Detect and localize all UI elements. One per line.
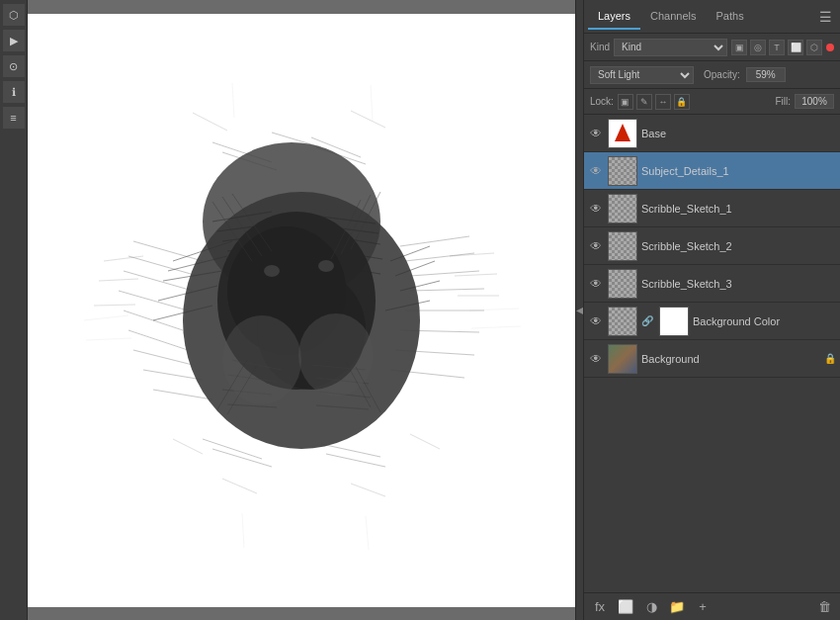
svg-line-84 (84, 315, 128, 320)
lock-artboard-btn[interactable]: ↔ (655, 94, 671, 110)
layer-thumbnail-background (608, 344, 637, 374)
filter-label: Kind (590, 42, 610, 52)
canvas-content (28, 14, 575, 607)
tab-channels[interactable]: Channels (640, 4, 706, 30)
svg-line-14 (124, 271, 193, 291)
tab-paths[interactable]: Paths (707, 4, 754, 30)
svg-line-62 (173, 439, 203, 454)
tool-info[interactable]: ℹ (3, 81, 25, 103)
panel-tabs: Layers Channels Paths ☰ (584, 0, 840, 34)
canvas-area (28, 0, 575, 620)
lock-label: Lock: (590, 96, 614, 107)
layer-visibility-scribble3[interactable]: 👁 (588, 276, 604, 292)
layer-thumbnail-scribble3 (608, 269, 637, 299)
filter-adjust-btn[interactable]: ◎ (750, 40, 766, 55)
add-style-button[interactable]: fx (590, 597, 610, 617)
thumb-checker-bgcolor (609, 308, 636, 335)
layers-panel: Layers Channels Paths ☰ Kind Kind ▣ ◎ T … (583, 0, 840, 620)
lock-position-btn[interactable]: ✎ (636, 94, 652, 110)
fill-value[interactable]: 100% (795, 94, 834, 109)
layer-item-scribble2[interactable]: 👁 Scribble_Sketch_2 (584, 227, 840, 265)
filter-select[interactable]: Kind (614, 39, 727, 56)
filter-row: Kind Kind ▣ ◎ T ⬜ ⬡ (584, 34, 840, 61)
layer-thumbnail-scribble2 (608, 231, 637, 261)
toolbar-left: ⬡ ▶ ⊙ ℹ ≡ (0, 0, 28, 620)
filter-pixel-btn[interactable]: ▣ (731, 40, 747, 55)
svg-line-88 (232, 83, 234, 118)
thumb-checker-subject (609, 157, 636, 185)
add-mask-button[interactable]: ⬜ (616, 597, 635, 617)
layer-lock-icon-background: 🔒 (824, 353, 836, 364)
new-layer-button[interactable]: + (693, 597, 713, 617)
layer-visibility-subject[interactable]: 👁 (588, 163, 604, 179)
svg-line-18 (133, 350, 193, 365)
layer-item-background[interactable]: 👁 Background 🔒 (584, 340, 840, 378)
filter-type-btn[interactable]: T (769, 40, 785, 55)
layer-item-scribble3[interactable]: 👁 Scribble_Sketch_3 (584, 265, 840, 303)
layer-visibility-bgcolor[interactable]: 👁 (588, 313, 604, 329)
svg-line-17 (128, 330, 188, 350)
svg-line-22 (405, 253, 474, 261)
tool-list[interactable]: ≡ (3, 107, 25, 129)
svg-point-72 (222, 315, 301, 404)
svg-line-89 (371, 85, 373, 121)
layer-item-base[interactable]: 👁 Base (584, 115, 840, 152)
layer-name-scribble3: Scribble_Sketch_3 (641, 278, 836, 290)
layer-name-bgcolor: Background Color (693, 315, 836, 327)
layer-item-scribble1[interactable]: 👁 Scribble_Sketch_1 (584, 190, 840, 227)
svg-line-21 (400, 236, 469, 246)
lock-buttons: ▣ ✎ ↔ 🔒 (618, 94, 690, 110)
layer-visibility-base[interactable]: 👁 (588, 126, 604, 141)
svg-line-34 (203, 439, 262, 459)
filter-shape-btn[interactable]: ⬜ (788, 40, 803, 55)
svg-line-59 (351, 111, 385, 128)
panel-menu-button[interactable]: ☰ (815, 5, 836, 29)
layer-thumbnail-bgcolor (608, 307, 637, 336)
svg-line-63 (410, 434, 440, 449)
svg-line-85 (86, 338, 131, 340)
svg-point-50 (264, 265, 280, 277)
panel-bottom-toolbar: fx ⬜ ◑ 📁 + 🗑 (584, 592, 840, 620)
svg-line-53 (99, 279, 138, 281)
blend-mode-select[interactable]: Soft Light Normal Multiply Screen (590, 66, 694, 84)
thumb-red-base (609, 120, 636, 147)
tool-star[interactable]: ⬡ (3, 4, 25, 26)
filter-smart-btn[interactable]: ⬡ (806, 40, 822, 55)
layer-thumbnail-subject (608, 156, 637, 186)
svg-line-87 (471, 326, 521, 328)
delete-layer-button[interactable]: 🗑 (814, 597, 834, 617)
lock-all-btn[interactable]: 🔒 (674, 94, 690, 110)
svg-line-54 (94, 305, 135, 306)
layer-item-subject-details[interactable]: 👁 Subject_Details_1 (584, 152, 840, 190)
svg-line-58 (193, 113, 227, 131)
svg-line-56 (455, 274, 497, 276)
layer-name-base: Base (641, 128, 836, 139)
panel-collapse-handle[interactable]: ◀ (575, 0, 583, 620)
svg-line-61 (351, 484, 385, 496)
svg-line-24 (410, 289, 484, 291)
blend-mode-row: Soft Light Normal Multiply Screen Opacit… (584, 61, 840, 89)
layer-visibility-scribble2[interactable]: 👁 (588, 238, 604, 254)
layer-name-scribble1: Scribble_Sketch_1 (641, 203, 836, 215)
layer-visibility-background[interactable]: 👁 (588, 351, 604, 367)
svg-line-60 (222, 479, 257, 493)
thumb-bg-background (609, 345, 636, 373)
filter-icons: ▣ ◎ T ⬜ ⬡ (731, 40, 822, 55)
layer-name-background: Background (641, 353, 820, 365)
layer-thumbnail2-bgcolor (659, 307, 689, 336)
layer-item-bgcolor[interactable]: 👁 🔗 Background Color (584, 303, 840, 340)
tool-circle[interactable]: ⊙ (3, 55, 25, 77)
new-fill-button[interactable]: ◑ (641, 597, 661, 617)
opacity-label: Opacity: (704, 69, 740, 80)
tool-play[interactable]: ▶ (3, 30, 25, 51)
lock-pixels-btn[interactable]: ▣ (618, 94, 633, 110)
layer-visibility-scribble1[interactable]: 👁 (588, 201, 604, 217)
thumb-checker-scribble3 (609, 270, 636, 298)
svg-point-73 (298, 313, 374, 397)
svg-line-91 (366, 516, 369, 550)
svg-line-16 (124, 310, 183, 330)
new-group-button[interactable]: 📁 (667, 597, 687, 617)
opacity-value[interactable]: 59% (746, 67, 786, 82)
svg-line-86 (469, 309, 519, 310)
tab-layers[interactable]: Layers (588, 4, 640, 30)
